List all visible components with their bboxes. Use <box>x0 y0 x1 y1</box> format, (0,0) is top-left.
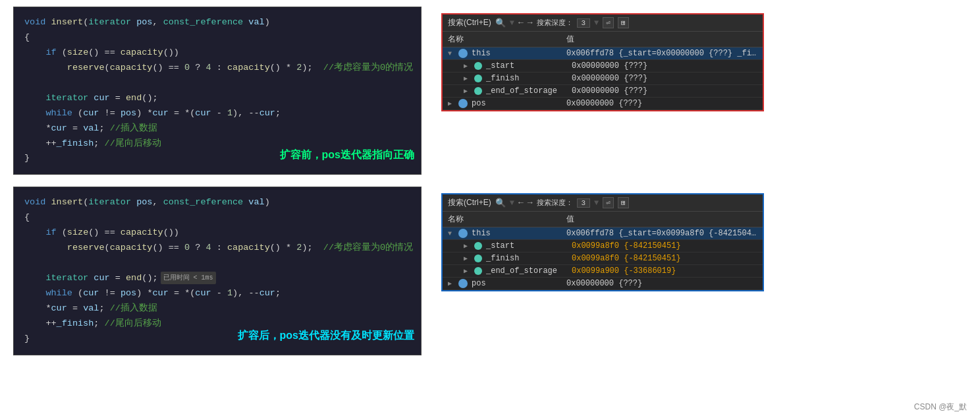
expand-finish-bot[interactable]: ▶ <box>464 254 472 262</box>
label-pos-top: pos <box>472 99 486 108</box>
watch-name-finish-top: ▶ _finish <box>453 74 572 83</box>
expand-this-bot[interactable]: ▼ <box>448 230 456 237</box>
code-line-4: reserve(capacity() == 0 ? 4 : capacity()… <box>24 61 410 76</box>
watch-toolbar-top: 搜索(Ctrl+E) 🔍 ▼ ← → 搜索深度： 3 ▼ ⏎ ⊞ <box>443 15 763 32</box>
label-this-bot: this <box>472 229 491 238</box>
watch-val-start-top: 0x00000000 {???} <box>572 61 757 71</box>
watch-row-finish-bot[interactable]: ▶ _finish 0x0099a8f0 {-842150451} <box>443 253 763 265</box>
watch-name-pos-bot: ▶ pos <box>448 279 566 288</box>
fwd-icon-bot[interactable]: → <box>528 198 533 208</box>
watch-name-this-top: ▼ this <box>448 49 566 58</box>
watch-row-pos-top[interactable]: ▶ pos 0x00000000 {???} <box>443 98 763 110</box>
back-icon-top[interactable]: ← <box>518 18 524 28</box>
watch-val-pos-bot: 0x00000000 {???} <box>566 279 757 288</box>
back-icon-bot[interactable]: ← <box>518 198 524 208</box>
bot-code-line-3: if (size() == capacity()) <box>24 225 410 241</box>
main-container: void insert(iterator pos, const_referenc… <box>0 0 980 362</box>
obj-icon-finish-bot <box>474 254 482 262</box>
watch-name-finish-bot: ▶ _finish <box>453 254 572 263</box>
bot-code-line-4: reserve(capacity() == 0 ? 4 : capacity()… <box>24 241 410 256</box>
watch-row-this-bot[interactable]: ▼ this 0x006ffd78 {_start=0x0099a8f0 {-8… <box>443 227 763 240</box>
bot-code-line-7: while (cur != pos) *cur = *(cur - 1), --… <box>24 286 410 301</box>
col-name-top: 名称 <box>448 34 566 45</box>
sep3: ▼ <box>510 198 514 208</box>
expand-pos-top[interactable]: ▶ <box>448 100 456 107</box>
bot-code-line-2: { <box>24 210 410 225</box>
expand-eos-bot[interactable]: ▶ <box>464 267 472 275</box>
bottom-code-panel: void insert(iterator pos, const_referenc… <box>13 187 422 355</box>
watch-row-eos-bot[interactable]: ▶ _end_of_storage 0x0099a900 {-33686019} <box>443 265 763 278</box>
watch-val-pos-top: 0x00000000 {???} <box>566 99 757 108</box>
watch-row-pos-bot[interactable]: ▶ pos 0x00000000 {???} <box>443 278 763 290</box>
watch-val-this-top: 0x006ffd78 {_start=0x00000000 {???} _fin… <box>566 49 757 58</box>
watch-title-top: 搜索(Ctrl+E) <box>448 17 491 28</box>
bottom-annotation: 扩容后，pos迭代器没有及时更新位置 <box>238 326 414 344</box>
watch-row-start-bot[interactable]: ▶ _start 0x0099a8f0 {-842150451} <box>443 240 763 253</box>
watch-title-bot: 搜索(Ctrl+E) <box>448 197 491 208</box>
sep2: ▼ <box>594 18 599 28</box>
label-eos-top: _end_of_storage <box>486 86 557 96</box>
bottom-row: void insert(iterator pos, const_referenc… <box>13 187 967 355</box>
expand-finish-top[interactable]: ▶ <box>464 75 472 82</box>
depth-label-top: 搜索深度： <box>537 18 573 28</box>
col-value-top: 值 <box>566 34 757 45</box>
expand-start-top[interactable]: ▶ <box>464 62 472 70</box>
fwd-icon-top[interactable]: → <box>528 18 533 28</box>
obj-icon-finish-top <box>474 75 482 82</box>
bot-code-line-1: void insert(iterator pos, const_referenc… <box>24 195 410 210</box>
col-name-bot: 名称 <box>448 214 566 225</box>
code-line-1: void insert(iterator pos, const_referenc… <box>24 15 410 30</box>
pin-btn-bot[interactable]: ⏎ <box>603 197 614 208</box>
grid-btn-bot[interactable]: ⊞ <box>618 197 629 208</box>
expand-start-bot[interactable]: ▶ <box>464 242 472 250</box>
code-line-7: while (cur != pos) *cur = *(cur - 1), --… <box>24 106 410 121</box>
watch-name-eos-bot: ▶ _end_of_storage <box>453 266 572 276</box>
sep1: ▼ <box>510 18 514 28</box>
watch-row-finish-top[interactable]: ▶ _finish 0x00000000 {???} <box>443 73 763 85</box>
watch-val-start-bot: 0x0099a8f0 {-842150451} <box>572 241 757 251</box>
expand-eos-top[interactable]: ▶ <box>464 87 472 95</box>
code-line-2: { <box>24 30 410 45</box>
label-start-bot: _start <box>486 241 514 251</box>
watch-row-eos-top[interactable]: ▶ _end_of_storage 0x00000000 {???} <box>443 85 763 98</box>
sep4: ▼ <box>594 198 599 208</box>
label-pos-bot: pos <box>472 279 486 288</box>
top-code-panel: void insert(iterator pos, const_referenc… <box>13 7 422 175</box>
obj-icon-pos-top <box>458 99 468 108</box>
label-this-top: this <box>472 49 491 58</box>
obj-icon-eos-top <box>474 87 482 95</box>
watermark: CSDN @夜_默 <box>914 402 967 413</box>
obj-icon-start-top <box>474 62 482 70</box>
watch-val-finish-top: 0x00000000 {???} <box>572 74 757 83</box>
watch-val-this-bot: 0x006ffd78 {_start=0x0099a8f0 {-84215045… <box>566 229 757 238</box>
label-start-top: _start <box>486 61 514 71</box>
expand-this-top[interactable]: ▼ <box>448 50 456 57</box>
label-eos-bot: _end_of_storage <box>486 266 557 276</box>
obj-icon-start-bot <box>474 242 482 250</box>
code-line-3: if (size() == capacity()) <box>24 45 410 61</box>
label-finish-bot: _finish <box>486 254 519 263</box>
watch-val-finish-bot: 0x0099a8f0 {-842150451} <box>572 254 757 263</box>
depth-label-bot: 搜索深度： <box>537 198 573 208</box>
watch-name-start-top: ▶ _start <box>453 61 572 71</box>
bot-code-line-5 <box>24 256 410 271</box>
pin-btn-top[interactable]: ⏎ <box>603 17 614 28</box>
search-icon-top[interactable]: 🔍 <box>495 18 506 28</box>
watch-toolbar-bot: 搜索(Ctrl+E) 🔍 ▼ ← → 搜索深度： 3 ▼ ⏎ ⊞ <box>443 194 763 212</box>
col-value-bot: 值 <box>566 214 757 225</box>
search-icon-bot[interactable]: 🔍 <box>495 198 506 208</box>
watch-row-this-top[interactable]: ▼ this 0x006ffd78 {_start=0x00000000 {??… <box>443 47 763 60</box>
grid-btn-top[interactable]: ⊞ <box>618 17 629 28</box>
top-row: void insert(iterator pos, const_referenc… <box>13 7 967 175</box>
depth-val-top: 3 <box>577 18 591 28</box>
depth-val-bot: 3 <box>577 198 591 208</box>
exec-time-badge: 已用时间 < 1ms <box>161 272 216 284</box>
watch-val-eos-bot: 0x0099a900 {-33686019} <box>572 266 757 276</box>
watch-val-eos-top: 0x00000000 {???} <box>572 86 757 96</box>
code-line-8: *cur = val; //插入数据 <box>24 121 410 136</box>
watch-name-this-bot: ▼ this <box>448 229 566 238</box>
watch-row-start-top[interactable]: ▶ _start 0x00000000 {???} <box>443 60 763 73</box>
expand-pos-bot[interactable]: ▶ <box>448 280 456 287</box>
label-finish-top: _finish <box>486 74 519 83</box>
obj-icon-eos-bot <box>474 267 482 275</box>
